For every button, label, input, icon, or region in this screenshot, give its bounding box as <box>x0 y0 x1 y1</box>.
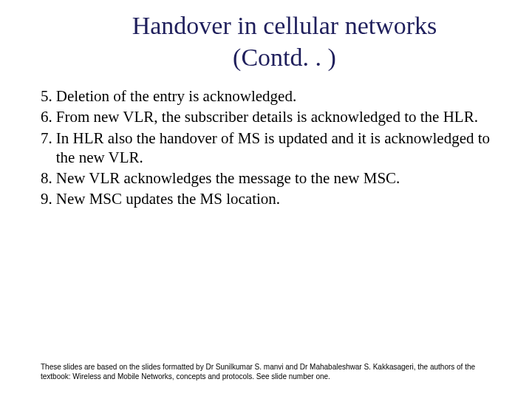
list-item: 6. From new VLR, the subscriber details … <box>41 107 491 126</box>
list-number: 9. <box>41 189 56 208</box>
list-number: 7. <box>41 129 56 168</box>
title-line-1: Handover in cellular networks <box>132 12 437 39</box>
title-line-2: (Contd. . ) <box>233 44 336 71</box>
footnote: These slides are based on the slides for… <box>41 363 491 381</box>
list-item: 9. New MSC updates the MS location. <box>41 189 491 208</box>
list-number: 5. <box>41 86 56 106</box>
list-text: New VLR acknowledges the message to the … <box>56 168 491 188</box>
list-item: 5. Deletion of the entry is acknowledged… <box>41 86 491 106</box>
slide-body: 5. Deletion of the entry is acknowledged… <box>0 73 532 209</box>
list-number: 6. <box>41 107 56 126</box>
list-text: In HLR also the handover of MS is update… <box>56 129 491 168</box>
list-text: New MSC updates the MS location. <box>56 189 491 208</box>
list-text: From new VLR, the subscriber details is … <box>56 107 491 126</box>
list-text: Deletion of the entry is acknowledged. <box>56 86 491 106</box>
list-number: 8. <box>41 168 56 188</box>
slide-title: Handover in cellular networks (Contd. . … <box>0 0 532 73</box>
list-item: 8. New VLR acknowledges the message to t… <box>41 168 491 188</box>
list-item: 7. In HLR also the handover of MS is upd… <box>41 129 491 168</box>
